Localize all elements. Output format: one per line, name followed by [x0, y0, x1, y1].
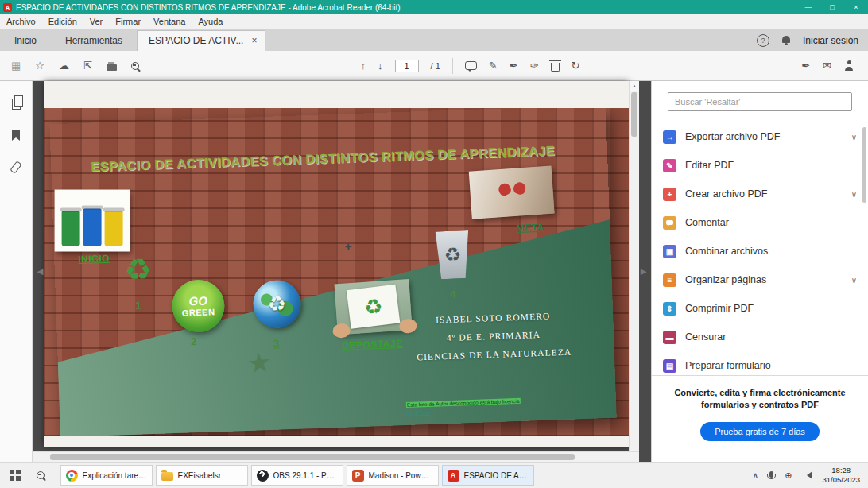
tool-create-pdf[interactable]: + Crear archivo PDF ∨ — [652, 180, 868, 208]
acrobat-icon: A — [448, 470, 459, 482]
save-icon[interactable]: ▦ — [11, 60, 21, 71]
help-icon[interactable]: ? — [757, 34, 769, 47]
document-vertical-scrollbar[interactable]: ▲ — [629, 81, 639, 452]
highlighter-icon[interactable]: ✎ — [489, 60, 498, 71]
recycling-bins-image — [55, 190, 130, 252]
panel-scrollbar[interactable] — [862, 127, 866, 203]
green-bin — [62, 211, 80, 246]
print-icon[interactable] — [107, 64, 117, 71]
stamp-icon[interactable]: ✑ — [530, 60, 539, 71]
tool-label: Comprimir PDF — [685, 303, 754, 314]
cursor-crosshair: + — [345, 239, 352, 253]
promo-section: Convierte, edita y firma electrónicament… — [652, 375, 868, 441]
zoom-out-icon[interactable] — [131, 62, 139, 70]
comment-icon[interactable] — [465, 61, 477, 70]
menu-ventana[interactable]: Ventana — [147, 17, 192, 26]
cloud-upload-icon[interactable]: ☁ — [59, 60, 69, 71]
main-area: ESPACIO DE ACTIVIDADES CON DISTINTOS RIT… — [0, 81, 868, 462]
rotate-icon[interactable]: ↻ — [572, 60, 580, 71]
chevron-down-icon[interactable]: ∨ — [851, 276, 857, 285]
tool-edit-pdf[interactable]: ✎ Editar PDF — [652, 151, 868, 180]
menu-firmar[interactable]: Firmar — [109, 17, 147, 26]
tool-comment[interactable]: Comentar — [652, 208, 868, 237]
notifications-bell-icon[interactable] — [782, 36, 790, 43]
vertical-scroll-thumb[interactable] — [631, 92, 637, 137]
volume-icon[interactable] — [803, 471, 812, 479]
bookmarks-icon[interactable] — [12, 130, 20, 141]
tab-document[interactable]: ESPACIO DE ACTIV... × — [137, 30, 265, 51]
sign-in-button[interactable]: Iniciar sesión — [803, 35, 858, 46]
document-horizontal-scrollbar[interactable] — [33, 451, 639, 462]
tool-label: Comentar — [685, 217, 729, 228]
step-3-number: 3 — [273, 337, 280, 349]
taskbar-item-powerpoint[interactable]: P Madison - PowerP... — [347, 465, 439, 486]
document-canvas[interactable]: ESPACIO DE ACTIVIDADES CON DISTINTOS RIT… — [33, 81, 651, 462]
taskbar-search-icon[interactable] — [32, 471, 49, 479]
menu-ver[interactable]: Ver — [83, 17, 110, 26]
tab-inicio[interactable]: Inicio — [0, 30, 51, 51]
next-page-arrow[interactable]: ► — [638, 265, 649, 277]
delete-icon[interactable] — [551, 63, 560, 72]
recycle-symbol-icon: ♻ — [124, 254, 152, 285]
folder-icon — [161, 472, 173, 481]
export-pdf-icon: → — [663, 130, 676, 144]
tool-organize-pages[interactable]: ≡ Organizar páginas ∨ — [652, 265, 868, 294]
tool-compress-pdf[interactable]: ⇕ Comprimir PDF — [652, 294, 868, 323]
previous-page-arrow[interactable]: ◄ — [35, 265, 45, 277]
horizontal-scroll-thumb[interactable] — [50, 454, 575, 460]
presentation-slide: ESPACIO DE ACTIVIDADES CON DISTINTOS RIT… — [49, 108, 616, 436]
export-page-icon[interactable]: ⇱ — [83, 60, 92, 71]
tray-expand-icon[interactable]: ∧ — [752, 471, 758, 480]
attribution-license-link[interactable]: CC BY-SA — [406, 409, 430, 416]
trash-recycle-icon: ♻ — [444, 245, 461, 265]
chevron-down-icon[interactable]: ∨ — [851, 190, 857, 199]
tool-label: Preparar formulario — [685, 360, 771, 371]
maximize-button[interactable]: □ — [820, 0, 844, 14]
taskbar-item-label: EXEisabelsr — [178, 471, 221, 480]
menu-edicion[interactable]: Edición — [42, 17, 83, 26]
tool-prepare-form[interactable]: ▤ Preparar formulario — [652, 351, 868, 374]
tool-export-pdf[interactable]: → Exportar archivo PDF ∨ — [652, 122, 868, 151]
page-thumbnails-icon[interactable] — [12, 99, 21, 110]
tab-close-icon[interactable]: × — [251, 31, 257, 51]
previous-page-icon[interactable]: ↑ — [361, 60, 366, 71]
menu-archivo[interactable]: Archivo — [0, 17, 42, 26]
taskbar: Explicación tarea 4 ... EXEisabelsr OBS … — [0, 462, 868, 488]
tool-redact[interactable]: ▬ Censurar — [652, 323, 868, 351]
tools-list: → Exportar archivo PDF ∨ ✎ Editar PDF + … — [652, 122, 868, 374]
next-page-icon[interactable]: ↓ — [378, 60, 383, 71]
meta-label: META — [498, 221, 562, 234]
taskbar-item-folder[interactable]: EXEisabelsr — [156, 465, 248, 486]
network-icon[interactable]: ⊕ — [785, 471, 792, 480]
tab-document-label: ESPACIO DE ACTIV... — [149, 31, 243, 51]
sign-pen-icon[interactable]: ✒ — [510, 60, 518, 71]
taskbar-item-acrobat[interactable]: A ESPACIO DE ACTIVI... — [442, 465, 534, 486]
taskbar-clock[interactable]: 18:28 31/05/2023 — [822, 466, 860, 485]
profile-icon[interactable] — [844, 60, 854, 71]
taskbar-item-chrome[interactable]: Explicación tarea 4 ... — [60, 465, 153, 486]
window-controls: — □ × — [796, 0, 868, 14]
create-pdf-icon: + — [663, 188, 676, 201]
menu-ayuda[interactable]: Ayuda — [192, 17, 229, 26]
free-trial-button[interactable]: Prueba gratis de 7 días — [700, 422, 820, 441]
microphone-icon[interactable] — [769, 471, 773, 478]
start-button-icon[interactable] — [10, 470, 21, 481]
tab-herramientas[interactable]: Herramientas — [51, 30, 137, 51]
fill-sign-icon[interactable]: ✒ — [801, 60, 810, 71]
star-decoration: ★ — [246, 348, 273, 378]
scroll-up-icon[interactable]: ▲ — [630, 81, 639, 91]
minimize-button[interactable]: — — [796, 0, 820, 14]
taskbar-item-obs[interactable]: OBS 29.1.1 - Perfil: ... — [251, 465, 343, 486]
yellow-bin — [105, 211, 123, 246]
earth-recycle-icon: ♻ — [266, 292, 288, 316]
close-button[interactable]: × — [844, 0, 868, 14]
tools-search-input[interactable] — [668, 92, 852, 111]
window-title: ESPACIO DE ACTIVIDADES CON DISTINTOS RIT… — [16, 3, 401, 12]
attachments-paperclip-icon[interactable] — [10, 161, 22, 174]
star-icon[interactable]: ☆ — [35, 60, 45, 71]
chevron-down-icon[interactable]: ∨ — [851, 133, 857, 141]
email-icon[interactable]: ✉ — [823, 60, 831, 71]
toolbar-right-group: ✒ ✉ — [801, 60, 868, 71]
page-number-input[interactable]: 1 — [395, 60, 419, 72]
tool-combine-files[interactable]: ▣ Combinar archivos — [652, 237, 868, 265]
